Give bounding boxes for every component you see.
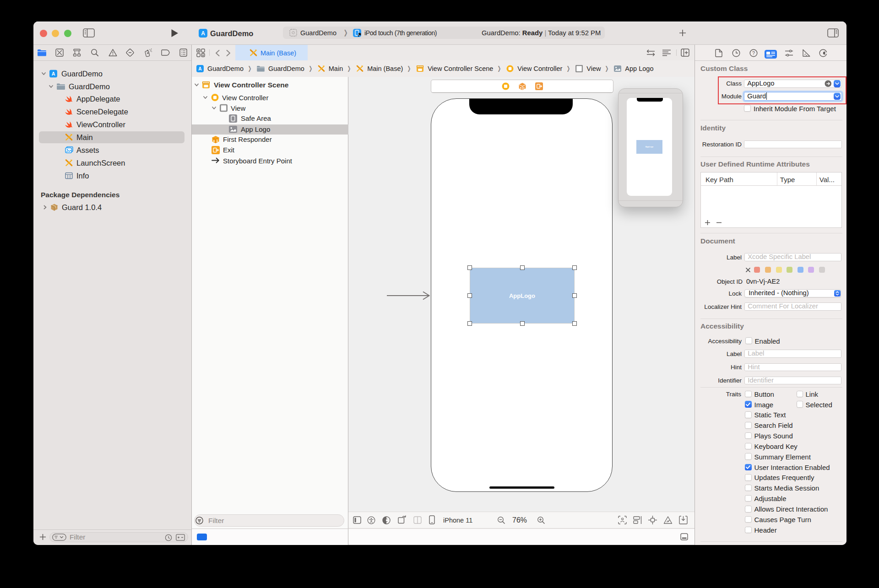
svg-text:A: A bbox=[198, 66, 202, 71]
svg-text:A: A bbox=[201, 30, 205, 37]
svg-text:1: 1 bbox=[217, 139, 218, 142]
svg-text:1: 1 bbox=[523, 86, 525, 89]
svg-text:A: A bbox=[52, 71, 55, 76]
svg-text:?: ? bbox=[752, 50, 755, 56]
